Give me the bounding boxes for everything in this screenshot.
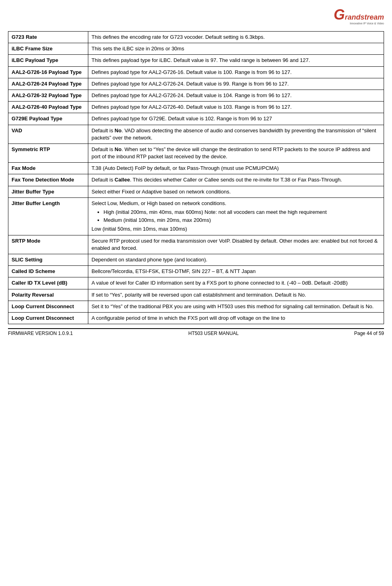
row-description: Select Low, Medium, or High based on net…	[88, 197, 384, 235]
table-row: AAL2-G726-16 Payload TypeDefines payload…	[8, 66, 384, 78]
row-label: Caller ID TX Level (dB)	[8, 277, 88, 289]
row-description: This defines payload type for iLBC. Defa…	[88, 55, 384, 66]
footer-manual: HT503 USER MANUAL	[188, 331, 239, 336]
table-row: Loop Current DisconnectA configurable pe…	[8, 312, 384, 324]
row-label: SRTP Mode	[8, 235, 88, 254]
table-row: SRTP ModeSecure RTP protocol used for me…	[8, 235, 384, 254]
row-description: If set to “Yes”, polarity will be revers…	[88, 289, 384, 301]
list-item: Medium (initial 100ms, min 20ms, max 200…	[103, 217, 380, 224]
row-description: Select either Fixed or Adaptive based on…	[88, 186, 384, 197]
table-row: Jitter Buffer LengthSelect Low, Medium, …	[8, 197, 384, 235]
table-row: VADDefault is No. VAD allows detecting t…	[8, 125, 384, 144]
row-label: Jitter Buffer Length	[8, 197, 88, 235]
page-header: G randstream Innovative IP Voice & Video	[8, 4, 384, 28]
row-description: Defines payload type for G729E. Default …	[88, 113, 384, 125]
row-label: Jitter Buffer Type	[8, 186, 88, 197]
row-label: Loop Current Disconnect	[8, 312, 88, 324]
main-table: G723 RateThis defines the encoding rate …	[8, 31, 384, 324]
table-row: Symmetric RTPDefault is No. When set to …	[8, 144, 384, 162]
row-label: AAL2-G726-32 Payload Type	[8, 90, 88, 101]
row-description: Defines payload type for AAL2-G726-24. D…	[88, 78, 384, 90]
row-description: This defines the encoding rate for G723 …	[88, 32, 384, 43]
row-description: T.38 (Auto Detect) FoIP by default, or f…	[88, 163, 384, 174]
row-description: A configurable period of time in which t…	[88, 312, 384, 324]
table-row: Called ID Scheme Bellcore/Telcordia, ETS…	[8, 266, 384, 277]
table-row: G729E Payload TypeDefines payload type f…	[8, 113, 384, 125]
logo-tagline: Innovative IP Voice & Video	[350, 22, 384, 25]
row-label: Fax Tone Detection Mode	[8, 174, 88, 186]
logo-brand: randstream	[345, 13, 384, 22]
table-row: AAL2-G726-40 Payload TypeDefines payload…	[8, 102, 384, 113]
table-row: G723 RateThis defines the encoding rate …	[8, 32, 384, 43]
row-description: Default is Callee. This decides whether …	[88, 174, 384, 186]
list-item: High (initial 200ms, min 40ms, max 600ms…	[103, 209, 380, 216]
table-row: SLIC SettingDependent on standard phone …	[8, 254, 384, 265]
row-description: Defines payload type for AAL2-G726-40. D…	[88, 102, 384, 113]
logo-area: G randstream Innovative IP Voice & Video	[320, 4, 384, 28]
table-row: Polarity ReversalIf set to “Yes”, polari…	[8, 289, 384, 301]
row-label: Symmetric RTP	[8, 144, 88, 162]
row-label: Polarity Reversal	[8, 289, 88, 301]
table-row: Loop Current DisconnectSet it to “Yes” o…	[8, 301, 384, 312]
row-label: VAD	[8, 125, 88, 144]
row-label: iLBC Frame Size	[8, 43, 88, 55]
row-description: Secure RTP protocol used for media trans…	[88, 235, 384, 254]
row-label: iLBC Payload Type	[8, 55, 88, 66]
row-description: Set it to “Yes” of the traditional PBX y…	[88, 301, 384, 312]
row-description: Defines payload type for AAL2-G726-24. D…	[88, 90, 384, 101]
table-row: Fax Tone Detection ModeDefault is Callee…	[8, 174, 384, 186]
footer-firmware: FIRMWARE VERSION 1.0.9.1	[8, 331, 73, 336]
row-label: AAL2-G726-24 Payload Type	[8, 78, 88, 90]
row-description: Dependent on standard phone type (and lo…	[88, 254, 384, 265]
row-label: AAL2-G726-16 Payload Type	[8, 66, 88, 78]
table-row: iLBC Frame SizeThis sets the iLBC size i…	[8, 43, 384, 55]
row-label: SLIC Setting	[8, 254, 88, 265]
row-label: Fax Mode	[8, 163, 88, 174]
table-row: iLBC Payload TypeThis defines payload ty…	[8, 55, 384, 66]
row-label: AAL2-G726-40 Payload Type	[8, 102, 88, 113]
row-label: Loop Current Disconnect	[8, 301, 88, 312]
row-label: G729E Payload Type	[8, 113, 88, 125]
table-row: Jitter Buffer TypeSelect either Fixed or…	[8, 186, 384, 197]
row-description: This sets the iLBC size in 20ms or 30ms	[88, 43, 384, 55]
row-description: A value of level for Caller ID informati…	[88, 277, 384, 289]
page-footer: FIRMWARE VERSION 1.0.9.1 HT503 USER MANU…	[8, 328, 384, 336]
row-description: Defines payload type for AAL2-G726-16. D…	[88, 66, 384, 78]
table-row: AAL2-G726-24 Payload TypeDefines payload…	[8, 78, 384, 90]
table-row: AAL2-G726-32 Payload TypeDefines payload…	[8, 90, 384, 101]
row-description: Default is No. VAD allows detecting the …	[88, 125, 384, 144]
row-description: Bellcore/Telcordia, ETSI-FSK, ETSI-DTMF,…	[88, 266, 384, 277]
row-description: Default is No. When set to “Yes” the dev…	[88, 144, 384, 162]
row-label: G723 Rate	[8, 32, 88, 43]
page-container: G randstream Innovative IP Voice & Video…	[0, 0, 392, 586]
row-label: Called ID Scheme	[8, 266, 88, 277]
table-row: Caller ID TX Level (dB)A value of level …	[8, 277, 384, 289]
table-row: Fax ModeT.38 (Auto Detect) FoIP by defau…	[8, 163, 384, 174]
footer-page: Page 44 of 59	[354, 331, 384, 336]
logo-g-letter: G	[334, 8, 345, 22]
